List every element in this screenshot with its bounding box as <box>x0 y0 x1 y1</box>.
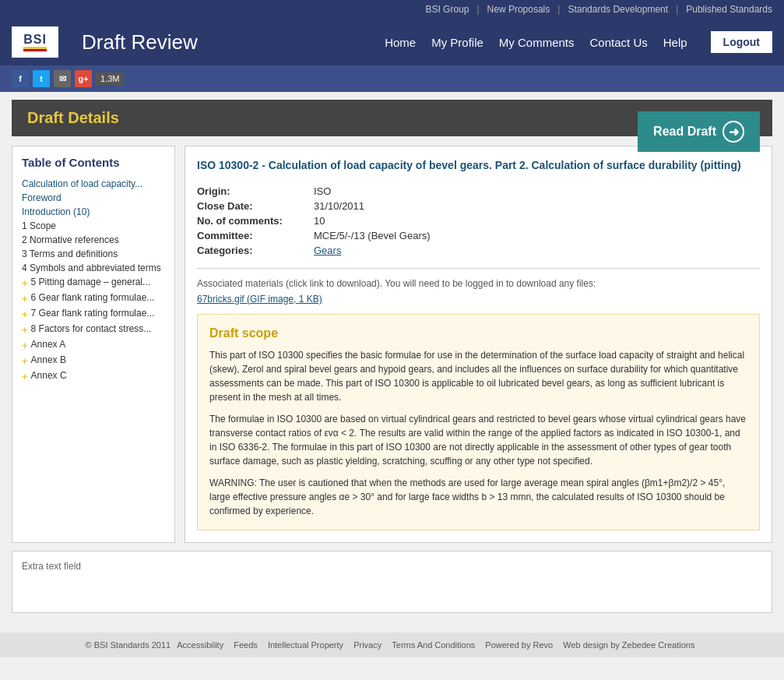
toc-item-13[interactable]: +Annex C <box>22 368 165 384</box>
origin-label: Origin: <box>197 185 306 197</box>
toc-plus-icon: + <box>22 371 28 382</box>
sidebar: Table of Contents Calculation of load ca… <box>12 146 175 543</box>
details-table: Origin: ISO Close Date: 31/10/2011 No. o… <box>197 185 760 256</box>
googleplus-icon[interactable]: g+ <box>75 70 92 87</box>
origin-value: ISO <box>314 185 760 197</box>
toc-label: 6 Gear flank rating formulae... <box>31 292 155 303</box>
categories-value[interactable]: Gears <box>314 245 760 256</box>
footer-links: Accessibility Feeds Intellectual Propert… <box>173 640 698 650</box>
close-date-label: Close Date: <box>197 200 306 212</box>
facebook-icon[interactable]: f <box>12 70 29 87</box>
site-title: Draft Review <box>82 30 361 55</box>
scope-para-0: This part of ISO 10300 specifies the bas… <box>209 348 747 404</box>
toc-item-2[interactable]: Introduction (10) <box>22 205 165 219</box>
read-draft-button[interactable]: Read Draft ➜ <box>638 111 760 152</box>
topbar-published-standards[interactable]: Published Standards <box>686 4 772 15</box>
footer-link-1[interactable]: Feeds <box>234 640 258 650</box>
main-nav: Home My Profile My Comments Contact Us H… <box>385 36 687 49</box>
footer-link-0[interactable]: Accessibility <box>177 640 223 650</box>
draft-scope-area: Draft scope This part of ISO 10300 speci… <box>197 314 760 530</box>
nav-contact-us[interactable]: Contact Us <box>590 36 648 49</box>
twitter-icon[interactable]: t <box>33 70 50 87</box>
logout-button[interactable]: Logout <box>711 31 772 53</box>
toc-item-5: 3 Terms and definitions <box>22 247 165 261</box>
committee-label: Committee: <box>197 230 306 241</box>
toc-item-10[interactable]: +8 Factors for contact stress... <box>22 322 165 337</box>
email-icon[interactable]: ✉ <box>54 70 71 87</box>
toc-item-7[interactable]: +5 Pitting damage – general... <box>22 275 165 291</box>
footer-link-6[interactable]: Web design by Zebedee Creations <box>563 640 694 650</box>
footer-copyright: © BSI Standards 2011 <box>86 640 171 650</box>
nav-home[interactable]: Home <box>385 36 416 49</box>
logo-text: BSI <box>23 33 47 47</box>
toc-label: 7 Gear flank rating formulae... <box>31 308 155 319</box>
toc-plus-icon: + <box>22 293 28 305</box>
toc-item-4: 2 Normative references <box>22 233 165 247</box>
toc-item-3: 1 Scope <box>22 219 165 233</box>
toc-plus-icon: + <box>22 340 28 351</box>
toc-item-0[interactable]: Calculation of load capacity... <box>22 177 165 191</box>
toc-title: Table of Contents <box>22 156 165 169</box>
read-draft-arrow-icon: ➜ <box>722 121 744 143</box>
document-title: ISO 10300-2 - Calculation of load capaci… <box>197 158 760 174</box>
toc-plus-icon: + <box>22 308 28 320</box>
scope-para-1: The formulae in ISO 10300 are based on v… <box>209 412 747 468</box>
toc-item-8[interactable]: +6 Gear flank rating formulae... <box>22 291 165 306</box>
toc-label: Annex C <box>31 370 67 381</box>
logo-stripe-red <box>23 49 47 51</box>
toc-label: Annex A <box>31 339 66 350</box>
page-content: Draft Details Table of Contents Calculat… <box>0 92 784 621</box>
close-date-value: 31/10/2011 <box>314 200 760 212</box>
extra-field-label: Extra text field <box>22 561 762 572</box>
toc-label: Annex B <box>31 354 66 365</box>
toc-items: Calculation of load capacity...ForewordI… <box>22 177 165 384</box>
footer: © BSI Standards 2011 Accessibility Feeds… <box>0 632 784 657</box>
divider-1 <box>197 268 760 269</box>
comments-label: No. of comments: <box>197 215 306 227</box>
committee-value: MCE/5/-/13 (Bevel Gears) <box>314 230 760 241</box>
topbar-bsi-group[interactable]: BSI Group <box>425 4 469 15</box>
content-area: Read Draft ➜ ISO 10300-2 - Calculation o… <box>185 146 772 543</box>
nav-my-profile[interactable]: My Profile <box>431 36 483 49</box>
nav-help[interactable]: Help <box>663 36 687 49</box>
toc-item-1[interactable]: Foreword <box>22 191 165 205</box>
toc-plus-icon: + <box>22 324 28 336</box>
toc-plus-icon: + <box>22 277 28 289</box>
footer-link-2[interactable]: Intellectual Property <box>268 640 343 650</box>
toc-label: 5 Pitting damage – general... <box>31 277 150 287</box>
toc-item-9[interactable]: +7 Gear flank rating formulae... <box>22 306 165 322</box>
footer-link-4[interactable]: Terms And Conditions <box>392 640 475 650</box>
read-draft-label: Read Draft <box>653 125 716 139</box>
topbar-standards-development[interactable]: Standards Development <box>568 4 668 15</box>
footer-link-3[interactable]: Privacy <box>353 640 381 650</box>
bsi-logo: BSI <box>12 26 58 58</box>
scope-paragraphs: This part of ISO 10300 specifies the bas… <box>209 348 747 518</box>
header: BSI Draft Review Home My Profile My Comm… <box>0 19 784 65</box>
scope-para-2: WARNING: The user is cautioned that when… <box>209 476 747 518</box>
social-bar: f t ✉ g+ 1.3M <box>0 65 784 92</box>
topbar-new-proposals[interactable]: New Proposals <box>487 4 550 15</box>
footer-link-5[interactable]: Powered by Revo <box>485 640 553 650</box>
categories-label: Categories: <box>197 245 306 256</box>
draft-scope-title: Draft scope <box>209 326 747 340</box>
associated-materials-link[interactable]: 67bricks.gif (GIF image, 1 KB) <box>197 294 322 305</box>
logo-area: BSI <box>12 26 58 58</box>
toc-plus-icon: + <box>22 355 28 367</box>
main-layout: Table of Contents Calculation of load ca… <box>12 146 772 543</box>
associated-materials-text: Associated materials (click link to down… <box>197 278 760 289</box>
toc-item-6: 4 Symbols and abbreviated terms <box>22 261 165 275</box>
toc-item-12[interactable]: +Annex B <box>22 353 165 368</box>
extra-field-area: Extra text field <box>12 551 772 613</box>
nav-my-comments[interactable]: My Comments <box>499 36 575 49</box>
social-count: 1.3M <box>96 72 124 85</box>
toc-item-11[interactable]: +Annex A <box>22 337 165 353</box>
top-bar: BSI Group | New Proposals | Standards De… <box>0 0 784 19</box>
toc-label: 8 Factors for contact stress... <box>31 323 152 334</box>
comments-value: 10 <box>314 215 760 227</box>
